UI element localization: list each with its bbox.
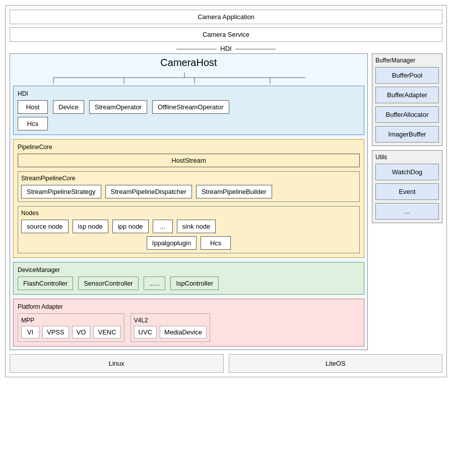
vpss-box: VPSS [42, 326, 69, 338]
hdi-node-hcs: Hcs [18, 117, 48, 130]
mpp-group: MPP VI VPSS VO VENC [18, 313, 124, 342]
vo-box: VO [72, 326, 91, 338]
utils-title: Utils [375, 154, 439, 161]
v4l2-label: V4L2 [134, 317, 207, 324]
liteos-bar: LiteOS [229, 354, 443, 373]
ippalgoplugin-node: Ippalgoplugin [147, 236, 197, 250]
main-area: CameraHost HDI [10, 53, 442, 350]
venc-box: VENC [93, 326, 120, 338]
camera-service-label: Camera Service [203, 31, 249, 38]
uvc-box: UVC [134, 326, 157, 338]
host-stream-label: HostStream [171, 157, 206, 164]
stream-pipeline-core-box: StreamPipelineCore StreamPipelineStrateg… [18, 171, 360, 202]
isp-node: isp node [73, 220, 108, 233]
device-ellipsis: ...... [144, 277, 166, 290]
isp-controller: IspController [170, 277, 219, 290]
hdi-node-streamoperator: StreamOperator [89, 100, 147, 114]
stream-pipeline-dispatcher: StreamPipelineDispatcher [105, 185, 192, 198]
buffer-allocator-box: BufferAllocator [375, 106, 439, 123]
v4l2-group: V4L2 UVC MediaDevice [131, 313, 211, 342]
stream-pipeline-builder: StreamPipelineBuilder [196, 185, 272, 198]
linux-label: Linux [109, 360, 124, 367]
nodes-ellipsis: ... [153, 220, 173, 233]
nodes-sub-row: Ippalgoplugin Hcs [21, 236, 356, 250]
stream-pipeline-strategy: StreamPipelineStrategy [21, 185, 101, 198]
nodes-row: source node isp node ipp node ... sink n… [21, 220, 356, 233]
hdi-section: HDI Host Hcs Device StreamOperator Offli… [13, 86, 364, 135]
connector-lines [13, 73, 356, 84]
nodes-section: Nodes source node isp node ipp node ... … [18, 206, 360, 253]
platform-row: MPP VI VPSS VO VENC V4L2 UVC MediaDevice [18, 313, 360, 342]
liteos-label: LiteOS [326, 360, 346, 367]
bottom-row: Linux LiteOS [10, 354, 442, 373]
pipeline-section-label: PipelineCore [18, 144, 360, 151]
ipp-node: ipp node [112, 220, 149, 233]
hdi-section-label: HDI [18, 90, 360, 97]
sink-node: sink node [177, 220, 216, 233]
hdi-node-device: Device [53, 100, 84, 114]
platform-section-label: Platform Adapter [18, 303, 360, 310]
imager-buffer-box: ImagerBuffer [375, 126, 439, 143]
host-stream-bar: HostStream [18, 154, 360, 167]
diagram-wrapper: Camera Application Camera Service HDI Ca… [5, 5, 447, 377]
camera-service-bar: Camera Service [10, 27, 442, 42]
hdi-divider-label: HDI [220, 45, 231, 52]
buffer-adapter-box: BufferAdapter [375, 87, 439, 103]
buffer-manager-title: BufferManager [375, 57, 439, 64]
vi-box: VI [21, 326, 39, 338]
device-row: FlashController SensorController ...... … [18, 277, 360, 290]
pipeline-section: PipelineCore HostStream StreamPipelineCo… [13, 139, 364, 258]
platform-section: Platform Adapter MPP VI VPSS VO VENC V4L… [13, 299, 364, 347]
right-panel: BufferManager BufferPool BufferAdapter B… [372, 53, 442, 350]
watchdog-box: WatchDog [375, 164, 439, 180]
camera-host-box: CameraHost HDI [10, 53, 368, 350]
v4l2-items: UVC MediaDevice [134, 326, 207, 338]
hdi-node-offlinestreamoperator: OfflineStreamOperator [152, 100, 229, 114]
source-node: source node [21, 220, 69, 233]
device-section-label: DeviceManager [18, 266, 360, 274]
camera-host-title: CameraHost [13, 57, 364, 69]
mpp-items: VI VPSS VO VENC [21, 326, 121, 338]
buffer-pool-box: BufferPool [375, 67, 439, 84]
utils-ellipsis-box: ... [375, 203, 439, 220]
hcs-node: Hcs [201, 236, 231, 250]
stream-pipeline-row: StreamPipelineStrategy StreamPipelineDis… [21, 185, 356, 198]
nodes-label: Nodes [21, 210, 356, 217]
flash-controller: FlashController [18, 277, 73, 290]
camera-application-bar: Camera Application [10, 10, 442, 24]
utils-section: Utils WatchDog Event ... [372, 150, 442, 223]
stream-pipeline-core-label: StreamPipelineCore [21, 175, 356, 182]
hdi-node-host: Host [18, 100, 48, 114]
hdi-divider: HDI [10, 45, 442, 52]
buffer-manager-section: BufferManager BufferPool BufferAdapter B… [372, 53, 442, 146]
mpp-label: MPP [21, 317, 121, 324]
camera-application-label: Camera Application [198, 13, 254, 21]
media-device-box: MediaDevice [160, 326, 207, 338]
device-section: DeviceManager FlashController SensorCont… [13, 262, 364, 295]
linux-bar: Linux [10, 354, 224, 373]
sensor-controller: SensorController [78, 277, 139, 290]
event-box: Event [375, 183, 439, 200]
